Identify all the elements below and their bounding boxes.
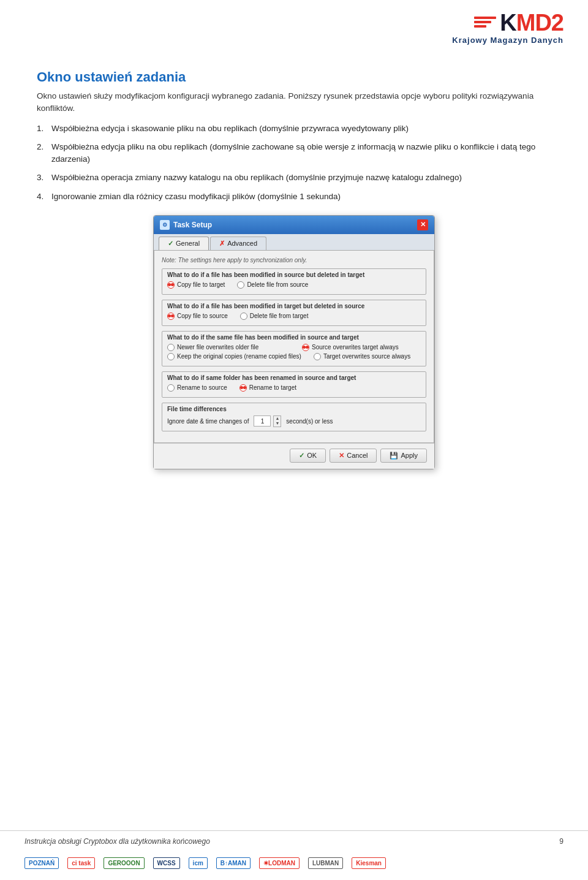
- list-item: 3. Współbieżna operacja zmiany nazwy kat…: [37, 172, 551, 184]
- radio-keep-original[interactable]: Source overwrites target always: [302, 344, 399, 351]
- radio-label: Target overwrites source always: [323, 353, 410, 360]
- logo-lodman: ✷LODMAN: [259, 852, 300, 874]
- dialog-container: ⚙ Task Setup ✕ ✓ General ✗ Advanced Note…: [37, 215, 551, 469]
- spinner-down[interactable]: ▼: [274, 421, 281, 426]
- group-source-deleted: What to do if a file has been modified i…: [162, 268, 426, 295]
- tab-advanced-label: Advanced: [227, 240, 257, 247]
- dialog-close-button[interactable]: ✕: [417, 219, 428, 230]
- tab-advanced[interactable]: ✗ Advanced: [210, 237, 266, 250]
- radio-circle: [167, 384, 175, 392]
- spinner-value: 1: [261, 418, 265, 425]
- tab-general-label: General: [176, 240, 200, 247]
- radio-label: Rename to target: [249, 384, 296, 391]
- dialog-tabs: ✓ General ✗ Advanced: [154, 234, 434, 250]
- group-target-deleted: What to do if a file has been modified i…: [162, 300, 426, 326]
- dialog-title-text: Task Setup: [173, 221, 212, 229]
- radio-delete-from-target[interactable]: Delete file from target: [240, 313, 309, 320]
- logo-kiezman: Kiesman: [352, 852, 386, 874]
- spinner-box: Ignore date & time changes of 1 ▲ ▼ seco…: [167, 415, 421, 427]
- numbered-list: 1. Współbieżna edycja i skasowanie pliku…: [37, 123, 551, 203]
- group-file-time: File time differences Ignore date & time…: [162, 403, 426, 431]
- list-item: 2. Współbieżna edycja pliku na obu repli…: [37, 141, 551, 166]
- apply-icon: 💾: [390, 452, 398, 460]
- time-value-input[interactable]: 1: [254, 415, 271, 427]
- radio-circle: [167, 313, 175, 320]
- list-item: 4. Ignorowanie zmian dla różnicy czasu m…: [37, 191, 551, 203]
- radio-circle: [167, 353, 175, 360]
- radio-row-3b: Keep the original copies (rename copied …: [167, 353, 421, 360]
- logo-area: KMD2 Krajowy Magazyn Danych: [452, 11, 564, 45]
- radio-circle: [314, 353, 321, 360]
- dialog-title-icon: ⚙: [160, 220, 170, 230]
- apply-label: Apply: [401, 452, 418, 459]
- logo-poznan: POZNAŃ: [24, 852, 59, 874]
- logo-wcss: WCSS: [153, 852, 180, 874]
- dialog-body: Note: The settings here apply to synchro…: [154, 250, 434, 443]
- list-item: 1. Współbieżna edycja i skasowanie pliku…: [37, 123, 551, 135]
- file-time-label: Ignore date & time changes of: [167, 418, 249, 425]
- logo-subtitle: Krajowy Magazyn Danych: [452, 36, 564, 45]
- radio-circle: [302, 344, 309, 351]
- cancel-button[interactable]: ✕ Cancel: [330, 449, 377, 463]
- radio-delete-from-source[interactable]: Delete file from source: [237, 281, 308, 289]
- radio-label: Keep the original copies (rename copied …: [177, 353, 301, 360]
- group-legend-1: What to do if a file has been modified i…: [167, 271, 421, 278]
- cancel-icon: ✕: [339, 452, 344, 460]
- apply-button[interactable]: 💾 Apply: [380, 449, 427, 463]
- main-content: Okno ustawień zadania Okno ustawień służ…: [0, 51, 588, 494]
- radio-circle: [239, 384, 247, 392]
- intro-text-1: Okno ustawień służy modyfikacjom konfigu…: [37, 90, 551, 115]
- group-legend-3: What to do if the same file has been mod…: [167, 334, 421, 341]
- radio-label: Source overwrites target always: [312, 344, 399, 351]
- spinner-arrows: ▲ ▼: [273, 415, 281, 427]
- logo-citask: ci task: [67, 852, 95, 874]
- logo-lines: [474, 17, 496, 29]
- radio-copy-to-source[interactable]: Copy file to source: [167, 313, 228, 320]
- logo-lubman: LUBMAN: [308, 852, 343, 874]
- radio-circle: [237, 281, 244, 289]
- page-footer: Instrukcja obsługi Cryptobox dla użytkow…: [0, 830, 588, 880]
- radio-target-overwrites-always[interactable]: Target overwrites source always: [314, 353, 410, 360]
- time-unit: second(s) or less: [286, 418, 333, 425]
- tab-general[interactable]: ✓ General: [159, 237, 209, 250]
- logo-btaman: B↑AMAN: [216, 852, 251, 874]
- radio-newer-overwrites[interactable]: Newer file overwrites older file: [167, 344, 290, 351]
- file-time-legend: File time differences: [167, 406, 421, 412]
- dialog-window: ⚙ Task Setup ✕ ✓ General ✗ Advanced Note…: [153, 215, 435, 469]
- group-rename-folder: What to do if same folder has been renam…: [162, 371, 426, 398]
- cancel-label: Cancel: [347, 452, 368, 459]
- note-text: Note: The settings here apply to synchro…: [162, 257, 426, 264]
- radio-copy-to-target[interactable]: Copy file to target: [167, 281, 225, 289]
- radio-row-3a: Newer file overwrites older file Source …: [167, 344, 421, 351]
- dialog-footer: ✓ OK ✕ Cancel 💾 Apply: [154, 443, 434, 469]
- spinner-up[interactable]: ▲: [274, 416, 281, 421]
- radio-rename-to-source[interactable]: Rename to source: [167, 384, 227, 392]
- footer-top: Instrukcja obsługi Cryptobox dla użytkow…: [24, 837, 564, 846]
- radio-row-2: Copy file to source Delete file from tar…: [167, 313, 421, 320]
- ok-icon: ✓: [299, 452, 304, 460]
- ok-button[interactable]: ✓ OK: [290, 449, 326, 463]
- radio-label: Rename to source: [177, 384, 227, 391]
- footer-page: 9: [559, 837, 564, 846]
- group-both-modified: What to do if the same file has been mod…: [162, 331, 426, 366]
- dialog-titlebar: ⚙ Task Setup ✕: [154, 216, 434, 234]
- radio-rename-to-target[interactable]: Rename to target: [239, 384, 296, 392]
- radio-row-4: Rename to source Rename to target: [167, 384, 421, 392]
- dialog-title-left: ⚙ Task Setup: [160, 220, 212, 230]
- logo-icon: [474, 17, 496, 29]
- radio-label: Copy file to target: [177, 281, 225, 288]
- check-icon: ✓: [168, 240, 173, 248]
- radio-source-overwrites-always[interactable]: Keep the original copies (rename copied …: [167, 353, 301, 360]
- group-legend-4: What to do if same folder has been renam…: [167, 374, 421, 381]
- radio-label: Newer file overwrites older file: [177, 344, 258, 351]
- logo-text: KMD2: [500, 11, 564, 34]
- x-icon: ✗: [219, 240, 225, 248]
- footer-logos: POZNAŃ ci task GEROOON WCSS icm B↑AMAN ✷…: [24, 852, 564, 874]
- page-title: Okno ustawień zadania: [37, 69, 551, 85]
- header: KMD2 Krajowy Magazyn Danych: [0, 0, 588, 51]
- kmd2-logo: KMD2: [474, 11, 564, 34]
- logo-geroon: GEROOON: [104, 852, 144, 874]
- ok-label: OK: [307, 452, 317, 459]
- radio-label: Delete file from target: [250, 313, 309, 319]
- radio-label: Delete file from source: [247, 281, 308, 288]
